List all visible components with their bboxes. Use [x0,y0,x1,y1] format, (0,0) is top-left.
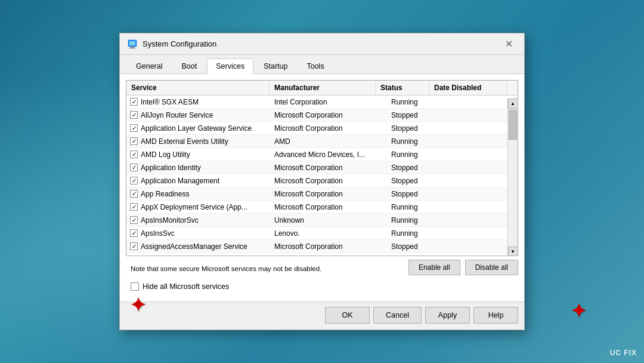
tab-tools[interactable]: Tools [298,59,333,73]
apply-button[interactable]: Apply [425,307,470,324]
manufacturer-cell: Microsoft Corporation [270,201,386,213]
service-checkbox[interactable] [130,242,138,250]
date-cell [440,192,518,196]
status-cell: Running [386,136,440,147]
status-cell: Stopped [386,122,440,134]
service-name-cell: Windows Audio Endpoint Builder [126,254,270,254]
help-button[interactable]: Help [473,307,518,324]
service-checkbox[interactable] [130,177,138,184]
service-checkbox[interactable] [130,111,138,119]
table-row[interactable]: ApsInsSvc Lenovo. Running [126,227,518,240]
service-name-cell: AMD Log Utility [126,149,270,161]
service-checkbox[interactable] [130,203,138,211]
scroll-track[interactable] [508,109,518,247]
table-row[interactable]: AMD External Events Utility AMD Running [126,135,518,148]
table-row[interactable]: Application Management Microsoft Corpora… [126,174,518,187]
close-button[interactable]: ✕ [500,37,517,51]
status-cell: Running [386,227,440,239]
service-checkbox[interactable] [130,190,138,198]
manufacturer-cell: Microsoft Corporation [270,109,386,121]
service-name-cell: App Readiness [126,188,270,200]
svg-rect-1 [129,41,135,45]
manufacturer-cell: Microsoft Corporation [270,254,386,254]
service-name-cell: ApsInsMonitorSvc [126,214,270,226]
col-service[interactable]: Service [126,81,270,95]
service-checkbox[interactable] [130,98,138,106]
table-row[interactable]: AssignedAccessManager Service Microsoft … [126,240,518,253]
scrollbar[interactable]: ▲ ▼ [507,99,518,256]
manufacturer-cell: Microsoft Corporation [270,162,386,174]
tab-boot[interactable]: Boot [172,59,206,73]
note-text: Note that some secure Microsoft services… [126,260,326,275]
manufacturer-cell: Lenovo. [270,227,386,239]
col-scroll-spacer [507,81,518,95]
col-date-disabled[interactable]: Date Disabled [429,81,507,95]
table-row[interactable]: ApsInsMonitorSvc Unknown Running [126,214,518,227]
hide-label: Hide all Microsoft services [143,282,229,291]
table-row[interactable]: AMD Log Utility Advanced Micro Devices, … [126,148,518,161]
manufacturer-cell: AMD [270,136,386,147]
window-title: System Configuration [143,39,500,48]
service-checkbox[interactable] [130,124,138,132]
date-cell [440,219,518,222]
date-cell [440,166,518,170]
service-name-cell: AppX Deployment Service (App... [126,201,270,213]
date-cell [440,127,518,130]
enable-all-button[interactable]: Enable all [408,260,460,275]
disable-all-button[interactable]: Disable all [465,260,518,275]
service-checkbox[interactable] [130,137,138,145]
service-checkbox[interactable] [130,216,138,224]
ok-button[interactable]: OK [325,307,370,324]
service-name-cell: AllJoyn Router Service [126,109,270,121]
table-row[interactable]: App Readiness Microsoft Corporation Stop… [126,187,518,201]
col-status[interactable]: Status [376,81,429,95]
date-cell [440,205,518,209]
services-table: Service Manufacturer Status Date Disable… [126,80,518,256]
status-cell: Stopped [386,109,440,121]
table-row[interactable]: Windows Audio Endpoint Builder Microsoft… [126,253,518,254]
status-cell: Running [386,149,440,161]
manufacturer-cell: Microsoft Corporation [270,188,386,200]
scroll-down-arrow[interactable]: ▼ [508,247,518,256]
dialog-content: Service Manufacturer Status Date Disable… [120,74,524,302]
table-row[interactable]: AppX Deployment Service (App... Microsof… [126,201,518,214]
tab-services[interactable]: Services [207,59,253,74]
status-cell: Stopped [386,241,440,253]
status-cell: Stopped [386,175,440,187]
svg-rect-2 [131,47,134,48]
cancel-button[interactable]: Cancel [373,307,422,324]
service-checkbox[interactable] [130,150,138,158]
tab-general[interactable]: General [127,59,171,73]
hide-checkbox-row: Hide all Microsoft services [126,278,518,296]
date-cell [440,153,518,156]
service-name-cell: AssignedAccessManager Service [126,241,270,253]
service-checkbox[interactable] [130,229,138,237]
svg-rect-3 [129,48,135,48]
table-row[interactable]: Intel® SGX AESM Intel Corporation Runnin… [126,96,518,109]
manufacturer-cell: Intel Corporation [270,96,386,108]
hide-microsoft-checkbox[interactable] [131,282,139,291]
service-checkbox[interactable] [130,164,138,171]
date-cell [440,113,518,117]
manufacturer-cell: Unknown [270,214,386,226]
status-cell: Running [386,254,440,254]
service-name-cell: Application Management [126,175,270,187]
service-name-cell: Application Identity [126,162,270,174]
table-row[interactable]: AllJoyn Router Service Microsoft Corpora… [126,109,518,122]
date-cell [440,140,518,143]
dialog-footer: OK Cancel Apply Help [120,302,524,330]
table-row[interactable]: Application Identity Microsoft Corporati… [126,161,518,174]
col-manufacturer[interactable]: Manufacturer [270,81,376,95]
service-name-cell: Application Layer Gateway Service [126,122,270,134]
table-row[interactable]: Application Layer Gateway Service Micros… [126,122,518,135]
date-cell [440,245,518,248]
status-cell: Running [386,96,440,108]
scroll-up-arrow[interactable]: ▲ [508,99,518,109]
service-name-cell: Intel® SGX AESM [126,96,270,108]
status-cell: Running [386,201,440,213]
tabs-bar: General Boot Services Startup Tools [120,55,524,74]
date-cell [440,232,518,235]
scroll-thumb[interactable] [509,110,517,140]
tab-startup[interactable]: Startup [255,59,296,73]
title-bar: System Configuration ✕ [120,33,524,55]
